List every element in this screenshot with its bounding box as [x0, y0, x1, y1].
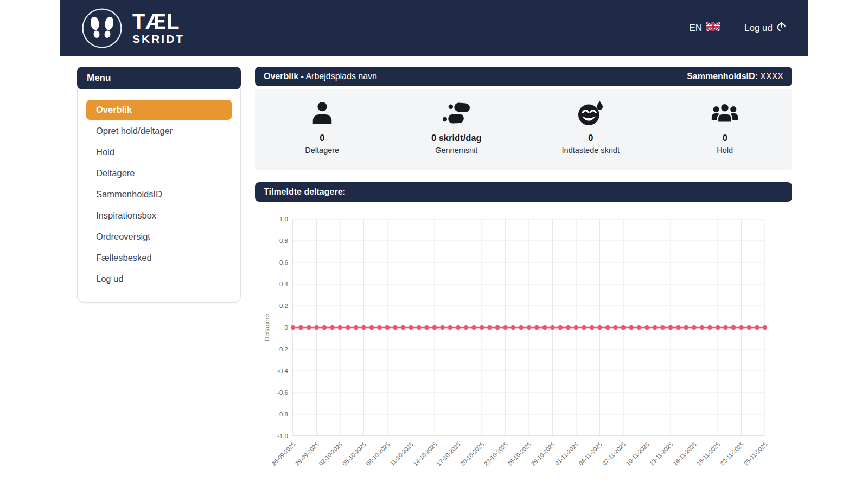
svg-text:14-10-2025: 14-10-2025	[412, 441, 438, 467]
sammenholdsid-badge: SammenholdsID: XXXX	[687, 72, 783, 81]
svg-text:-1.0: -1.0	[277, 433, 288, 439]
svg-text:0.2: 0.2	[279, 303, 288, 309]
stat-hold: 0 Hold	[658, 100, 793, 155]
brand-wordmark: TÆL SKRIDT	[132, 11, 184, 44]
sidebar-item-log-ud[interactable]: Log ud	[86, 269, 232, 289]
stat-label: Deltagere	[305, 146, 339, 155]
language-label: EN	[689, 23, 702, 34]
sidebar-item-overblik[interactable]: Overblik	[86, 100, 232, 120]
sidebar-item-inspirationsbox[interactable]: Inspirationsbox	[86, 206, 232, 226]
language-switch[interactable]: EN	[689, 22, 720, 34]
logout-label: Log ud	[744, 23, 773, 34]
stat-value: 0	[320, 133, 324, 143]
stat-value: 0	[588, 133, 593, 143]
sidebar-title: Menu	[77, 67, 241, 89]
svg-text:17-10-2025: 17-10-2025	[436, 441, 462, 467]
sidebar: Menu Overblik Opret hold/deltager Hold D…	[77, 67, 241, 303]
svg-text:-0.6: -0.6	[277, 389, 288, 396]
participants-chart: 26-09-202529-09-202502-10-202505-10-2025…	[255, 208, 792, 482]
stat-indtastede-skridt: 0 Indtastede skridt	[524, 100, 658, 155]
brand-line1: TÆL	[132, 11, 184, 32]
svg-text:20-10-2025: 20-10-2025	[459, 441, 485, 467]
svg-text:0: 0	[285, 324, 288, 331]
svg-text:0.6: 0.6	[279, 259, 288, 266]
grin-sweat-icon	[578, 100, 604, 127]
svg-text:01-11-2025: 01-11-2025	[554, 441, 580, 467]
svg-text:08-10-2025: 08-10-2025	[365, 441, 391, 467]
sidebar-item-faellesbesked[interactable]: Fællesbesked	[86, 248, 232, 268]
section-bar-tilmeldte-deltagere: Tilmeldte deltagere:	[255, 182, 792, 202]
person-icon	[310, 100, 335, 127]
sammenholdsid-label: SammenholdsID:	[687, 72, 758, 81]
svg-text:0.4: 0.4	[279, 281, 289, 287]
stats-row: 0 Deltagere	[255, 89, 792, 170]
app-container: TÆL SKRIDT EN	[60, 0, 808, 482]
page-content: Menu Overblik Opret hold/deltager Hold D…	[60, 56, 808, 482]
stat-label: Hold	[717, 146, 733, 155]
main-panel: Overblik - Arbejdsplads navn Sammenholds…	[255, 67, 792, 482]
svg-text:22-11-2025: 22-11-2025	[719, 441, 745, 467]
svg-text:16-11-2025: 16-11-2025	[672, 441, 698, 467]
svg-text:19-11-2025: 19-11-2025	[695, 441, 722, 467]
stat-label: Gennemsnit	[435, 146, 477, 155]
svg-text:04-11-2025: 04-11-2025	[577, 441, 603, 467]
svg-text:29-10-2025: 29-10-2025	[530, 441, 556, 467]
sidebar-item-opret-hold-deltager[interactable]: Opret hold/deltager	[86, 121, 232, 141]
svg-text:07-11-2025: 07-11-2025	[601, 441, 627, 467]
svg-text:11-10-2025: 11-10-2025	[388, 441, 414, 467]
shoe-prints-icon	[443, 100, 470, 127]
footprints-logo-icon	[80, 7, 124, 50]
svg-text:26-09-2025: 26-09-2025	[270, 441, 296, 467]
page-title-bar: Overblik - Arbejdsplads navn Sammenholds…	[255, 67, 792, 86]
svg-text:-0.8: -0.8	[277, 411, 288, 418]
sidebar-item-deltagere[interactable]: Deltagere	[86, 163, 232, 183]
sidebar-item-ordreoversigt[interactable]: Ordreoversigt	[86, 227, 232, 247]
power-icon	[776, 22, 787, 35]
page-title-section: Overblik -	[264, 72, 304, 81]
sidebar-item-sammenholdsid[interactable]: SammenholdsID	[86, 184, 232, 204]
svg-text:Deltagere: Deltagere	[264, 314, 270, 341]
svg-text:02-10-2025: 02-10-2025	[317, 441, 343, 467]
svg-text:1.0: 1.0	[279, 216, 288, 222]
stat-gennemsnit: 0 skridt/dag Gennemsnit	[390, 100, 524, 155]
stat-label: Indtastede skridt	[562, 146, 620, 155]
stat-value: 0 skridt/dag	[431, 133, 482, 143]
svg-text:26-10-2025: 26-10-2025	[506, 441, 532, 467]
svg-text:29-09-2025: 29-09-2025	[294, 441, 320, 467]
stat-deltagere: 0 Deltagere	[255, 100, 390, 155]
sidebar-menu: Overblik Opret hold/deltager Hold Deltag…	[77, 82, 241, 303]
page-title-workplace: Arbejdsplads navn	[305, 72, 377, 81]
stat-value: 0	[723, 133, 727, 143]
uk-flag-icon	[706, 22, 720, 34]
brand-line2: SKRIDT	[132, 33, 184, 44]
svg-text:-0.4: -0.4	[277, 368, 288, 374]
brand-logo[interactable]: TÆL SKRIDT	[80, 7, 184, 50]
svg-text:05-10-2025: 05-10-2025	[341, 441, 367, 467]
svg-text:10-11-2025: 10-11-2025	[624, 441, 650, 467]
svg-text:0.8: 0.8	[279, 237, 288, 244]
section-bar-label: Tilmeldte deltagere:	[264, 187, 346, 197]
sidebar-item-hold[interactable]: Hold	[86, 142, 232, 162]
svg-text:13-11-2025: 13-11-2025	[648, 441, 674, 467]
top-header: TÆL SKRIDT EN	[60, 0, 808, 56]
svg-text:23-10-2025: 23-10-2025	[483, 441, 509, 467]
page-title: Overblik - Arbejdsplads navn	[264, 72, 377, 81]
svg-text:25-11-2025: 25-11-2025	[743, 441, 769, 467]
logout-button[interactable]: Log ud	[744, 22, 787, 35]
svg-text:-0.2: -0.2	[277, 346, 288, 352]
users-icon	[711, 100, 739, 127]
sammenholdsid-value: XXXX	[760, 72, 783, 81]
header-actions: EN Log ud	[689, 22, 787, 35]
